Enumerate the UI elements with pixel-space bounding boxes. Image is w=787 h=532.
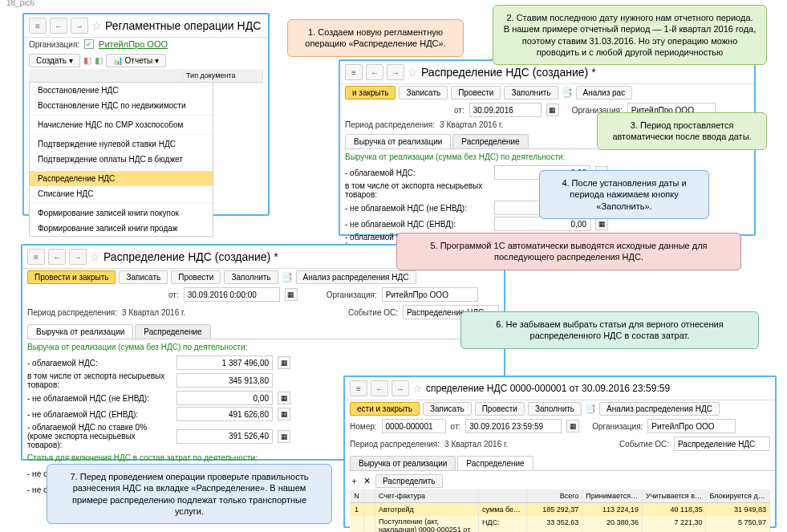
tab-revenue[interactable]: Выручка от реализации xyxy=(27,324,133,339)
org-input[interactable] xyxy=(647,419,736,433)
event-label: Событие ОС: xyxy=(619,440,669,449)
calc-icon[interactable]: ▦ xyxy=(278,408,290,420)
fwd-icon[interactable]: → xyxy=(71,18,88,34)
btn-icon2[interactable]: ◧ xyxy=(95,55,103,66)
date-input[interactable] xyxy=(184,287,280,302)
dt-icon[interactable]: 📑 xyxy=(585,404,596,414)
panel-reg-ops: ≡ ← → ☆ Регламентные операции НДС Органи… xyxy=(22,13,270,216)
tab-revenue[interactable]: Выручка от реализации xyxy=(350,456,456,470)
nontax-input[interactable] xyxy=(176,391,273,405)
panel-title: Распределение НДС (создание) * xyxy=(421,66,596,79)
create-button[interactable]: Создать ▾ xyxy=(29,54,80,67)
star-icon[interactable]: ☆ xyxy=(412,382,423,395)
btn-icon1[interactable]: ◧ xyxy=(83,55,91,66)
distribute-button[interactable]: Распределить xyxy=(375,474,443,488)
calendar-icon[interactable]: ▦ xyxy=(566,420,579,433)
date-input[interactable] xyxy=(465,419,562,433)
calendar-icon[interactable]: ▦ xyxy=(546,104,559,116)
table-head: N Счет-фактура Всего Принимается к вычет… xyxy=(350,489,770,503)
analysis-button[interactable]: Анализ рас xyxy=(576,86,633,99)
calc-icon[interactable]: ▦ xyxy=(595,217,608,230)
star-icon[interactable]: ☆ xyxy=(91,19,102,32)
period-value: 3 Квартал 2016 г. xyxy=(444,440,508,449)
envd-input[interactable] xyxy=(176,407,273,421)
post-button[interactable]: Провести xyxy=(451,86,501,99)
label: - не облагаемой НДС (ЕНВД): xyxy=(27,410,172,419)
label: в том числе от экспорта несырьевых товар… xyxy=(27,372,172,389)
label: - не облагаемой НДС (не ЕНВД): xyxy=(345,204,489,213)
org-label: Организация: xyxy=(592,422,643,431)
post-close-button[interactable]: и закрыть xyxy=(345,86,396,99)
dt-icon[interactable]: 📑 xyxy=(562,87,573,98)
menu-icon[interactable]: ≡ xyxy=(350,380,367,396)
save-button[interactable]: Записать xyxy=(119,270,168,284)
menu-item[interactable]: Восстановление НДС xyxy=(30,83,213,98)
period-value: 3 Квартал 2016 г. xyxy=(122,308,185,317)
fill-button[interactable]: Заполнить xyxy=(528,402,582,416)
menu-item[interactable]: Формирование записей книги покупок xyxy=(30,205,213,221)
fwd-icon[interactable]: → xyxy=(387,64,404,80)
back-icon[interactable]: ← xyxy=(366,64,383,80)
add-icon[interactable]: ＋ xyxy=(350,475,359,487)
num-input[interactable] xyxy=(382,419,446,433)
table-row[interactable]: 1 Автотрейд сумма без НД... 185 292,37 1… xyxy=(350,503,770,516)
analysis-button[interactable]: Анализ распределения НДС xyxy=(599,402,720,416)
page-label: 18_pic6 xyxy=(6,0,34,7)
tab-distribution[interactable]: Распределение xyxy=(135,324,210,339)
date-from-input[interactable] xyxy=(469,103,542,117)
calc-icon[interactable]: ▦ xyxy=(278,392,290,404)
calc-icon[interactable]: ▦ xyxy=(278,356,290,369)
menu-icon[interactable]: ≡ xyxy=(29,18,47,34)
callout-2: 2. Ставим последнюю дату нужного нам отч… xyxy=(493,5,767,65)
post-button[interactable]: Провести xyxy=(171,270,221,284)
post-close-button[interactable]: ести и закрыть xyxy=(350,402,420,416)
back-icon[interactable]: ← xyxy=(48,249,66,265)
back-icon[interactable]: ← xyxy=(50,18,67,34)
fwd-icon[interactable]: → xyxy=(391,380,409,396)
star-icon[interactable]: ☆ xyxy=(408,66,418,79)
tab-distribution[interactable]: Распределение xyxy=(452,134,528,148)
zero-rate-input[interactable] xyxy=(176,429,273,444)
col-type: Тип документа xyxy=(183,69,263,82)
menu-item[interactable]: Списание НДС xyxy=(30,186,213,201)
label: - не облагаемой НДС (не ЕНВД): xyxy=(27,394,172,403)
date-label: от: xyxy=(168,290,179,299)
calc-icon[interactable]: ▦ xyxy=(278,430,290,443)
analysis-button[interactable]: Анализ распределения НДС xyxy=(296,270,416,284)
menu-icon[interactable]: ≡ xyxy=(345,64,363,80)
taxable-input[interactable] xyxy=(176,355,273,370)
org-label: Организация: xyxy=(327,290,377,299)
fill-button[interactable]: Заполнить xyxy=(224,270,278,284)
org-value[interactable]: РитейлПро ООО xyxy=(99,39,168,49)
save-button[interactable]: Записать xyxy=(399,86,448,99)
fwd-icon[interactable]: → xyxy=(69,249,87,265)
dt-icon[interactable]: 📑 xyxy=(282,272,293,282)
event-input[interactable] xyxy=(674,437,770,451)
menu-item[interactable]: Формирование записей книги продаж xyxy=(30,221,213,236)
menu-item-selected[interactable]: Распределение НДС xyxy=(30,171,213,186)
tab-distribution[interactable]: Распределение xyxy=(457,456,533,470)
post-close-button[interactable]: Провести и закрыть xyxy=(27,270,116,284)
export-input[interactable] xyxy=(176,373,273,388)
tab-revenue[interactable]: Выручка от реализации xyxy=(345,134,451,148)
reports-button[interactable]: 📊 Отчеты ▾ xyxy=(106,54,166,67)
label: - не облагаемой НДС (ЕНВД): xyxy=(345,220,489,229)
menu-item[interactable]: Восстановление НДС по недвижимости xyxy=(30,98,213,113)
table-row[interactable]: Поступление (акт, накладная) 0000-000251… xyxy=(350,516,770,532)
fill-button[interactable]: Заполнить xyxy=(504,86,558,99)
org-input[interactable] xyxy=(382,287,478,302)
back-icon[interactable]: ← xyxy=(371,380,388,396)
calendar-icon[interactable]: ▦ xyxy=(285,288,298,301)
menu-icon[interactable]: ≡ xyxy=(27,249,45,265)
section-head: Выручка от реализации (сумма без НДС) по… xyxy=(340,149,754,164)
menu-item[interactable]: Подтверждение нулевой ставки НДС xyxy=(30,136,213,152)
panel-title: Регламентные операции НДС xyxy=(105,19,261,32)
post-button[interactable]: Провести xyxy=(475,402,525,416)
org-checkbox[interactable]: ✓ xyxy=(84,39,94,49)
menu-item[interactable]: Подтверждение оплаты НДС в бюджет xyxy=(30,152,213,167)
section-head: Выручка от реализации (сумма без НДС) по… xyxy=(22,339,504,355)
del-icon[interactable]: ✕ xyxy=(363,476,371,486)
save-button[interactable]: Записать xyxy=(423,402,472,416)
menu-item[interactable]: Начисление НДС по СМР хозспособом xyxy=(30,117,213,132)
star-icon[interactable]: ☆ xyxy=(90,250,100,263)
